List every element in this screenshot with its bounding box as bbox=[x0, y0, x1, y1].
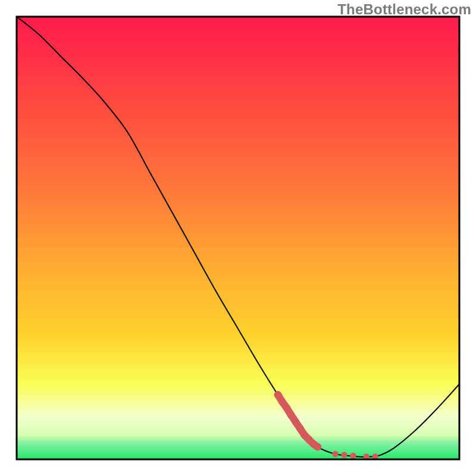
chart-gradient-background bbox=[17, 17, 459, 459]
bottleneck-chart bbox=[0, 0, 476, 476]
svg-point-14 bbox=[296, 425, 303, 432]
chart-container: TheBottleneck.com bbox=[0, 0, 476, 476]
svg-point-10 bbox=[278, 398, 286, 405]
watermark-label: TheBottleneck.com bbox=[337, 1, 471, 18]
svg-point-20 bbox=[341, 452, 347, 458]
svg-point-12 bbox=[287, 411, 295, 418]
svg-point-18 bbox=[314, 443, 321, 450]
svg-point-11 bbox=[283, 404, 290, 411]
svg-point-13 bbox=[292, 418, 299, 425]
svg-point-19 bbox=[332, 451, 338, 457]
svg-point-21 bbox=[350, 453, 356, 459]
svg-point-9 bbox=[274, 391, 281, 398]
